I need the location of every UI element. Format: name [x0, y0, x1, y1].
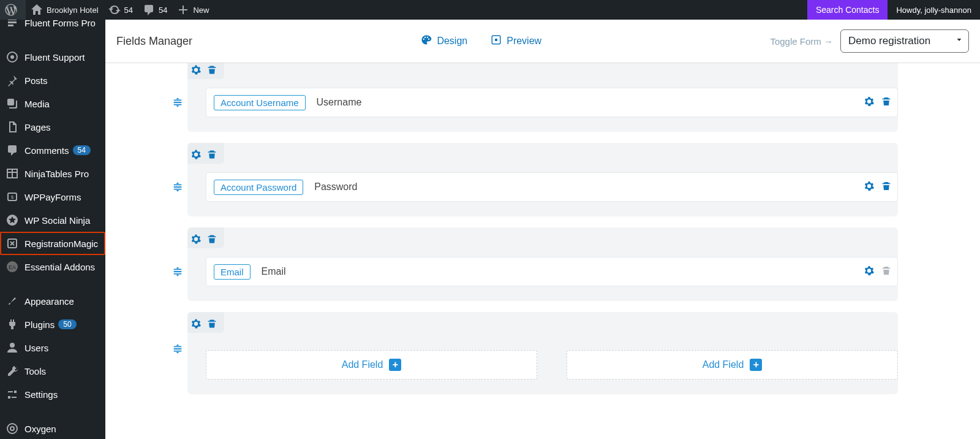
field-card[interactable]: Email Email: [206, 257, 898, 286]
sidebar-item-label: Pages: [24, 122, 51, 132]
sidebar-item-essential-addons[interactable]: EA Essential Addons: [0, 255, 105, 278]
account-greeting[interactable]: Howdy, jolly-shannon: [888, 6, 980, 15]
pay-icon: $: [6, 191, 18, 203]
comments-badge: 54: [73, 145, 91, 155]
svg-point-4: [10, 55, 14, 59]
sidebar-item-label: Tools: [24, 366, 46, 376]
svg-point-16: [10, 427, 14, 430]
comments-count: 54: [159, 6, 167, 15]
forms-icon: [6, 20, 18, 29]
add-field-slot[interactable]: Add Field +: [206, 350, 537, 380]
sidebar-item-appearance[interactable]: Appearance: [0, 289, 105, 313]
sidebar-item-registrationmagic[interactable]: RegistrationMagic: [0, 232, 105, 255]
sidebar-item-fluent-forms-pro[interactable]: Fluent Forms Pro: [0, 20, 105, 34]
drag-handle[interactable]: [170, 180, 185, 194]
sidebar-item-users[interactable]: Users: [0, 336, 105, 359]
page-header: Fields Manager Design Preview Toggle For…: [105, 20, 980, 63]
preview-icon: [491, 34, 502, 48]
star-icon: [6, 214, 18, 226]
svg-text:$: $: [11, 194, 14, 200]
sidebar-item-label: NinjaTables Pro: [24, 169, 89, 179]
field-card[interactable]: Account Password Password: [206, 172, 898, 202]
form-selector[interactable]: Demo registration: [840, 29, 969, 53]
row-settings-button[interactable]: [191, 319, 201, 330]
row-delete-button[interactable]: [207, 234, 217, 246]
comments-toolbar[interactable]: 54: [138, 0, 172, 20]
svg-rect-1: [8, 21, 17, 23]
field-card[interactable]: Account Username Username: [206, 88, 898, 117]
row-delete-button[interactable]: [207, 319, 217, 330]
updates[interactable]: 54: [104, 0, 138, 20]
add-field-slot[interactable]: Add Field +: [567, 350, 898, 380]
add-field-label: Add Field: [342, 359, 383, 370]
field-settings-button[interactable]: [864, 266, 874, 278]
sidebar-item-label: WPPayForms: [24, 192, 81, 202]
sidebar-item-settings[interactable]: Settings: [0, 383, 105, 406]
palette-icon: [421, 34, 432, 48]
form-row: Account Password Password: [187, 143, 898, 216]
sidebar-item-label: Posts: [24, 75, 48, 86]
brush-icon: [6, 295, 18, 307]
home-icon: [31, 4, 43, 16]
field-delete-button[interactable]: [881, 97, 891, 109]
plus-icon: [177, 4, 189, 16]
row-delete-button[interactable]: [207, 65, 217, 77]
sidebar-item-posts[interactable]: Posts: [0, 69, 105, 92]
wp-logo[interactable]: [0, 0, 26, 20]
drag-handle[interactable]: [170, 342, 185, 356]
chevron-down-icon: [955, 35, 963, 47]
sidebar-item-label: RegistrationMagic: [24, 239, 98, 249]
row-controls: [187, 143, 224, 164]
sidebar-item-oxygen[interactable]: Oxygen: [0, 417, 105, 439]
update-icon: [108, 4, 121, 16]
field-delete-button: [881, 266, 891, 278]
search-contacts-button[interactable]: Search Contacts: [807, 0, 888, 20]
sidebar-item-wppayforms[interactable]: $ WPPayForms: [0, 185, 105, 208]
sidebar-item-media[interactable]: Media: [0, 92, 105, 115]
row-controls: [187, 312, 224, 333]
row-delete-button[interactable]: [207, 150, 217, 161]
add-field-label: Add Field: [703, 359, 744, 370]
sidebar-item-wp-social-ninja[interactable]: WP Social Ninja: [0, 208, 105, 232]
field-label: Email: [262, 266, 286, 277]
sidebar-item-pages[interactable]: Pages: [0, 115, 105, 139]
sliders-icon: [6, 388, 18, 400]
drag-handle[interactable]: [170, 264, 185, 279]
svg-point-14: [10, 343, 15, 348]
sidebar-item-tools[interactable]: Tools: [0, 359, 105, 383]
sidebar-item-fluent-support[interactable]: Fluent Support: [0, 45, 105, 69]
page-title: Fields Manager: [116, 35, 192, 48]
row-settings-button[interactable]: [191, 234, 201, 246]
svg-text:EA: EA: [9, 264, 16, 270]
field-settings-button[interactable]: [864, 97, 874, 109]
sidebar-item-plugins[interactable]: Plugins 50: [0, 313, 105, 336]
svg-rect-0: [8, 20, 17, 20]
admin-sidebar: Fluent Forms Pro Fluent Support Posts Me…: [0, 20, 105, 439]
drag-handle[interactable]: [170, 95, 185, 110]
oxygen-icon: [6, 422, 18, 435]
magic-icon: [6, 237, 18, 250]
field-delete-button[interactable]: [881, 181, 891, 193]
plus-icon: +: [750, 359, 762, 371]
design-link[interactable]: Design: [421, 34, 467, 48]
sidebar-item-label: Fluent Support: [24, 52, 85, 63]
form-row: Account Username Username: [187, 63, 898, 132]
plus-icon: +: [389, 359, 401, 371]
new-content[interactable]: New: [172, 0, 214, 20]
sidebar-item-ninjatables[interactable]: NinjaTables Pro: [0, 162, 105, 185]
field-settings-button[interactable]: [864, 181, 874, 193]
site-home[interactable]: Brooklyn Hotel: [26, 0, 104, 20]
sidebar-item-label: Users: [24, 343, 48, 353]
field-label: Password: [314, 181, 357, 193]
preview-link[interactable]: Preview: [491, 34, 541, 48]
sidebar-item-label: Comments: [24, 145, 69, 156]
site-name: Brooklyn Hotel: [47, 6, 99, 15]
sidebar-item-label: Appearance: [24, 296, 74, 307]
wordpress-icon: [5, 4, 17, 16]
row-settings-button[interactable]: [191, 150, 201, 161]
admin-bar: Brooklyn Hotel 54 54 New Search Contacts…: [0, 0, 980, 20]
row-settings-button[interactable]: [191, 65, 201, 77]
field-type-chip: Email: [214, 264, 251, 280]
sidebar-item-comments[interactable]: Comments 54: [0, 139, 105, 162]
form-row: Add Field + Add Field +: [187, 312, 898, 394]
